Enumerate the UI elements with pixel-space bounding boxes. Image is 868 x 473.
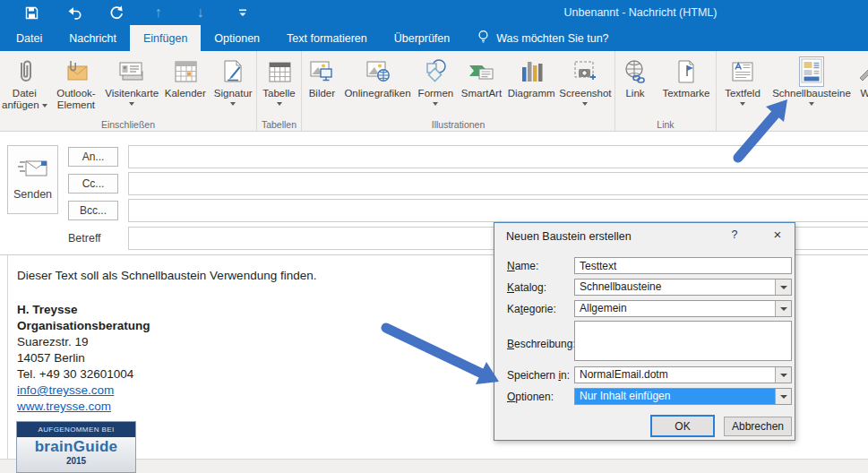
subject-label: Betreff	[68, 232, 101, 245]
bcc-field[interactable]	[128, 199, 868, 222]
chevron-down-icon[interactable]	[775, 301, 791, 316]
bcc-button[interactable]: Bcc...	[68, 201, 118, 220]
group-label-tabellen: Tabellen	[257, 119, 301, 130]
ribbon-group-tabellen: Tabelle Tabellen	[257, 51, 302, 131]
chevron-down-icon[interactable]	[775, 389, 791, 404]
tab-text-formatieren[interactable]: Text formatieren	[273, 25, 381, 51]
quick-parts-icon	[799, 56, 824, 88]
ribbon-button-visitenkarte[interactable]: Visitenkarte	[105, 54, 159, 118]
wordart-icon	[856, 56, 868, 88]
ribbon-button-textmarke[interactable]: Textmarke	[658, 54, 714, 118]
katalog-label: Katalog:	[507, 281, 546, 294]
signature-icon	[220, 56, 245, 88]
dialog-help-icon[interactable]: ?	[727, 228, 742, 243]
logo-banner-text: AUFGENOMMEN BEI	[17, 422, 135, 437]
window-title: Unbenannt - Nachricht (HTML)	[412, 6, 868, 19]
move-down-icon[interactable]: ↓	[179, 2, 221, 23]
website-link[interactable]: www.treysse.com	[17, 399, 111, 415]
dropdown-caret-icon	[809, 102, 814, 106]
ribbon-button-textfeld[interactable]: Textfeld	[718, 54, 767, 118]
ribbon-button-schnellbausteine[interactable]: Schnellbausteine	[769, 54, 855, 118]
ribbon: Datei anfügen Outlook- Element Visitenka…	[0, 51, 868, 132]
outlook-item-icon	[63, 56, 90, 88]
name-input[interactable]	[574, 257, 792, 274]
beschreibung-textarea[interactable]	[574, 321, 792, 361]
dialog-title: Neuen Baustein erstellen	[506, 230, 632, 243]
cc-button[interactable]: Cc...	[68, 174, 118, 194]
ok-button[interactable]: OK	[650, 415, 715, 437]
save-icon[interactable]	[11, 2, 53, 23]
signature-org: Organisationsberatung	[17, 318, 316, 334]
customize-qat-icon[interactable]	[221, 2, 263, 23]
ribbon-group-link: Link Textmarke Link	[615, 51, 717, 131]
optionen-select[interactable]: Nur Inhalt einfügen	[574, 388, 792, 405]
dialog-close-icon[interactable]: ×	[768, 226, 787, 244]
signature-street: Suarezstr. 19	[17, 334, 316, 350]
katalog-select[interactable]: Schnellbausteine	[574, 279, 792, 296]
tell-me-label: Was möchten Sie tun?	[496, 32, 608, 45]
dropdown-caret-icon	[433, 102, 438, 106]
ribbon-tab-bar: Datei Nachricht Einfügen Optionen Text f…	[0, 25, 868, 51]
signature-phone: Tel. +49 30 32601004	[17, 366, 316, 383]
tab-nachricht[interactable]: Nachricht	[56, 25, 130, 51]
chevron-down-icon[interactable]	[775, 280, 791, 295]
to-field[interactable]	[128, 145, 868, 168]
tell-me-search[interactable]: Was möchten Sie tun?	[477, 25, 608, 51]
ribbon-button-bilder[interactable]: Bilder	[304, 54, 340, 118]
smartart-icon	[467, 56, 495, 88]
ribbon-button-signatur[interactable]: Signatur	[211, 54, 254, 118]
send-label: Senden	[13, 188, 52, 201]
bookmark-flag-icon	[675, 56, 698, 88]
ribbon-button-screenshot[interactable]: Screenshot	[558, 54, 613, 118]
ribbon-group-einschliessen: Datei anfügen Outlook- Element Visitenka…	[0, 51, 257, 131]
speichern-in-select[interactable]: NormalEmail.dotm	[574, 366, 792, 383]
ribbon-button-datei-anfuegen[interactable]: Datei anfügen	[2, 54, 47, 118]
ribbon-button-outlook-element[interactable]: Outlook- Element	[51, 54, 102, 118]
group-label-text: Te	[717, 119, 868, 130]
brainguide-logo: AUFGENOMMEN BEI brainGuide 2015	[16, 421, 136, 473]
signature-city: 14057 Berlin	[17, 350, 316, 366]
online-pictures-icon	[365, 56, 391, 88]
tab-datei[interactable]: Datei	[3, 25, 56, 51]
ribbon-button-kalender[interactable]: Kalender	[162, 54, 208, 118]
kategorie-select[interactable]: Allgemein	[574, 300, 792, 317]
dropdown-caret-icon	[230, 102, 236, 106]
signature-name: H. Treysse	[17, 302, 316, 318]
tab-optionen[interactable]: Optionen	[201, 25, 273, 51]
logo-brand-text: brainGuide	[35, 438, 118, 456]
quick-access-toolbar: ↑ ↓	[0, 2, 263, 23]
ribbon-button-diagramm[interactable]: Diagramm	[506, 54, 556, 118]
logo-year-text: 2015	[66, 456, 86, 466]
dropdown-caret-icon	[740, 102, 745, 106]
ribbon-button-onlinegrafiken[interactable]: Onlinegrafiken	[342, 54, 414, 118]
dropdown-caret-icon	[582, 102, 588, 106]
tab-einfuegen[interactable]: Einfügen	[130, 25, 201, 51]
create-building-block-dialog: Neuen Baustein erstellen ? × Name: Katal…	[494, 222, 795, 441]
ribbon-button-tabelle[interactable]: Tabelle	[259, 54, 299, 118]
email-link[interactable]: info@treysse.com	[17, 383, 114, 399]
ribbon-button-smartart[interactable]: SmartArt	[459, 54, 505, 118]
to-button[interactable]: An...	[68, 147, 118, 167]
lightbulb-icon	[477, 30, 489, 47]
ribbon-button-link[interactable]: Link	[617, 54, 653, 118]
shapes-icon	[422, 56, 449, 88]
ribbon-button-formen[interactable]: Formen	[415, 54, 456, 118]
redo-icon[interactable]	[95, 2, 137, 23]
table-icon	[266, 56, 293, 88]
cancel-button[interactable]: Abbrechen	[724, 417, 792, 436]
cc-field[interactable]	[128, 172, 868, 195]
tab-ueberpruefen[interactable]: Überprüfen	[381, 25, 464, 51]
dropdown-caret-icon	[129, 102, 134, 106]
move-up-icon[interactable]: ↑	[137, 2, 179, 23]
send-envelope-icon	[18, 159, 48, 182]
undo-icon[interactable]	[53, 2, 95, 23]
title-bar: ↑ ↓ Unbenannt - Nachricht (HTML)	[0, 0, 868, 25]
ribbon-button-wordart[interactable]: Wo	[856, 54, 868, 118]
business-card-icon	[117, 56, 146, 88]
send-button[interactable]: Senden	[7, 145, 58, 214]
chart-icon	[519, 56, 544, 88]
group-label-einschliessen: Einschließen	[0, 119, 256, 130]
chevron-down-icon[interactable]	[775, 367, 791, 383]
dropdown-caret-icon	[42, 104, 47, 108]
body-intro-line: Dieser Text soll als Schnellbaustein Ver…	[17, 268, 316, 284]
